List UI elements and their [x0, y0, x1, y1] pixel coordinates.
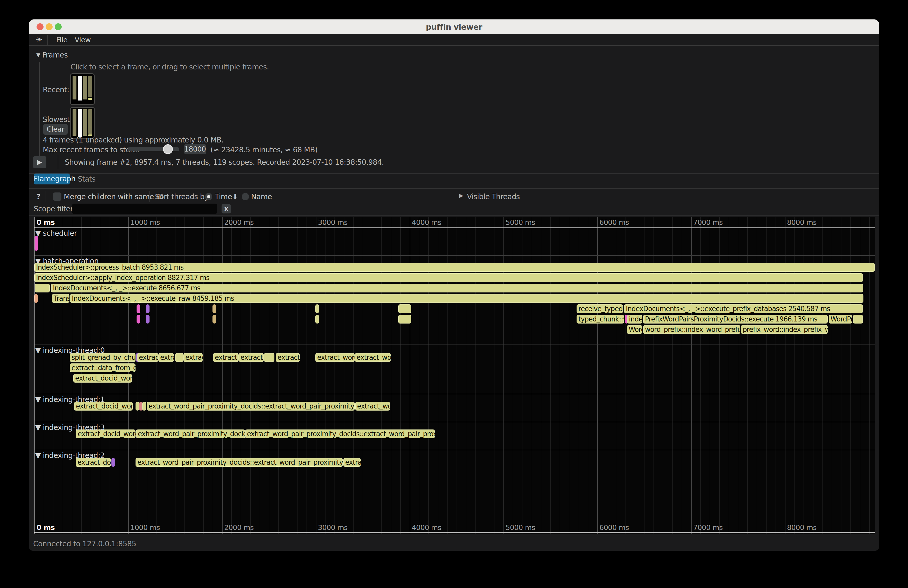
scope-bar[interactable]: prefix_word::index_prefix_wo: [741, 325, 828, 334]
play-row-divider: [58, 155, 58, 169]
scope-bar-small[interactable]: [137, 304, 140, 313]
scope-bar-small[interactable]: [264, 353, 274, 362]
clear-button[interactable]: Clear: [43, 124, 68, 135]
scope-bar[interactable]: IndexDocuments<_, _>::execute_prefix_dat…: [624, 304, 863, 313]
scope-bar-small[interactable]: [135, 402, 139, 411]
statusbar-text: Connected to 127.0.0.1:8585: [33, 540, 136, 548]
sort-name-radio[interactable]: [242, 193, 249, 200]
scope-bar-small[interactable]: [137, 315, 140, 323]
scope-bar[interactable]: extrac: [343, 458, 361, 467]
scope-filter-input[interactable]: [72, 204, 217, 214]
scope-bar-small[interactable]: [142, 402, 146, 411]
sort-direction-arrow-icon[interactable]: ⬇: [232, 193, 238, 201]
scope-bar[interactable]: IndexScheduler>::process_batch 8953.821 …: [34, 263, 875, 272]
scope-bar-small[interactable]: [398, 304, 411, 313]
thread-header-batch-operation[interactable]: ▼ batch-operation: [35, 257, 98, 265]
scope-bar-small[interactable]: [35, 284, 50, 292]
scope-bar-small[interactable]: [213, 304, 216, 313]
scope-bar[interactable]: Word: [627, 325, 642, 334]
scope-bar-small[interactable]: [853, 315, 863, 323]
scope-bar-small[interactable]: [146, 304, 150, 313]
scope-bar[interactable]: extract_word_pair_proximity_docids: [136, 429, 245, 438]
menu-item-file[interactable]: File: [56, 36, 68, 44]
frames-indent-guide: [39, 62, 40, 165]
title-bar: puffin viewer: [29, 19, 879, 34]
axis-tick-label: 0 ms: [37, 524, 55, 532]
separator: [29, 215, 879, 215]
scope-bar[interactable]: extract_word_pair_proximity_docids::extr…: [147, 402, 355, 411]
scope-bar-small[interactable]: [398, 315, 411, 323]
scope-bar[interactable]: IndexDocuments<_, _>::execute_raw 8459.1…: [70, 294, 863, 303]
scope-bar[interactable]: extra: [158, 353, 174, 362]
axis-tick-label: 3000 ms: [318, 218, 348, 227]
menu-item-view[interactable]: View: [75, 36, 91, 44]
visible-threads-triangle-icon[interactable]: ▶: [459, 193, 463, 199]
scope-bar[interactable]: extract_wo: [355, 353, 391, 362]
scope-bar[interactable]: IndexScheduler>::apply_index_operation 8…: [34, 273, 863, 282]
sort-name-label[interactable]: Name: [251, 193, 272, 201]
scope-bar[interactable]: extract_word_pair_proximity_docids::extr…: [135, 458, 343, 467]
sun-icon[interactable]: ☀: [36, 35, 42, 44]
tab-stats[interactable]: Stats: [78, 175, 95, 183]
clear-filter-button[interactable]: x: [222, 204, 231, 214]
sort-time-radio[interactable]: [205, 193, 212, 200]
scope-bar[interactable]: receive_typed_: [576, 304, 623, 313]
scope-bar[interactable]: extract_: [213, 353, 239, 362]
thread-header-indexing-thread:3[interactable]: ▼ indexing-thread:3: [35, 423, 105, 432]
scope-bar-small[interactable]: [146, 315, 150, 323]
sort-time-label[interactable]: Time: [215, 193, 232, 201]
max-frames-value[interactable]: 18000: [184, 144, 206, 154]
max-frames-slider-knob[interactable]: [163, 144, 173, 154]
frames-section-header[interactable]: ▼ Frames: [36, 51, 68, 59]
thread-header-scheduler[interactable]: ▼ scheduler: [35, 229, 77, 238]
scope-bar[interactable]: Trans: [52, 294, 69, 303]
tab-flamegraph[interactable]: Flamegraph: [34, 174, 70, 185]
scope-bar[interactable]: PrefixWordPairsProximityDocids::execute …: [643, 315, 828, 323]
scope-bar-small[interactable]: [316, 315, 319, 323]
scope-bar[interactable]: extract: [276, 353, 300, 362]
scope-bar[interactable]: extract::data_from_ob: [70, 363, 135, 372]
frame-bar[interactable]: [89, 109, 92, 136]
recent-frames-thumbnail[interactable]: [70, 73, 95, 105]
collapse-triangle-icon: ▼: [36, 52, 40, 58]
frame-bar[interactable]: [72, 76, 76, 100]
scope-bar-small[interactable]: [213, 315, 216, 323]
thread-header-indexing-thread:0[interactable]: ▼ indexing-thread:0: [35, 346, 105, 355]
scope-bar[interactable]: word_prefix::index_word_prefix_: [643, 325, 741, 334]
axis-tick-label: 5000 ms: [506, 218, 535, 227]
scope-bar[interactable]: typed_chunk::w: [576, 315, 624, 323]
thread-separator: [34, 450, 875, 450]
merge-children-checkbox[interactable]: [53, 193, 61, 201]
flamegraph-canvas[interactable]: 0 ms0 ms1000 ms1000 ms2000 ms2000 ms3000…: [34, 217, 875, 533]
visible-threads-toggle[interactable]: Visible Threads: [467, 193, 520, 201]
scope-bar[interactable]: extrac: [184, 353, 203, 362]
scope-bar-small[interactable]: [111, 458, 115, 467]
thread-header-indexing-thread:2[interactable]: ▼ indexing-thread:2: [35, 451, 105, 460]
thread-header-indexing-thread:1[interactable]: ▼ indexing-thread:1: [35, 395, 105, 404]
scope-bar[interactable]: extract_word_pair_proximity_docids::extr…: [245, 429, 435, 438]
scope-bar-small[interactable]: [316, 304, 319, 313]
frame-bar[interactable]: [83, 109, 87, 136]
thread-separator: [34, 344, 875, 345]
scope-bar[interactable]: index: [627, 315, 642, 323]
help-button[interactable]: ?: [36, 193, 40, 201]
scope-bar[interactable]: extract_docid_word: [73, 374, 132, 382]
play-button[interactable]: ▶: [33, 156, 47, 168]
axis-tick-label: 8000 ms: [787, 218, 816, 227]
frame-bar[interactable]: [83, 76, 87, 100]
scope-bar-small[interactable]: [34, 236, 38, 251]
frame-bar[interactable]: [72, 109, 76, 136]
scope-bar[interactable]: extract_: [239, 353, 264, 362]
frame-bar[interactable]: [89, 76, 92, 103]
scope-bar[interactable]: extract_wo: [355, 402, 390, 411]
frame-bar-selected[interactable]: [78, 76, 82, 101]
frame-bar-selected[interactable]: [78, 109, 82, 137]
scope-bar[interactable]: WordPr: [829, 315, 852, 323]
scope-bar-small[interactable]: [175, 353, 184, 362]
axis-tick-label: 5000 ms: [506, 524, 535, 532]
scope-bar[interactable]: extract: [137, 353, 158, 362]
slowest-frames-thumbnail[interactable]: [70, 107, 95, 138]
scope-bar[interactable]: IndexDocuments<_, _>::execute 8656.677 m…: [51, 284, 863, 292]
scope-bar[interactable]: extract_word: [316, 353, 355, 362]
window-title: puffin viewer: [29, 22, 879, 32]
